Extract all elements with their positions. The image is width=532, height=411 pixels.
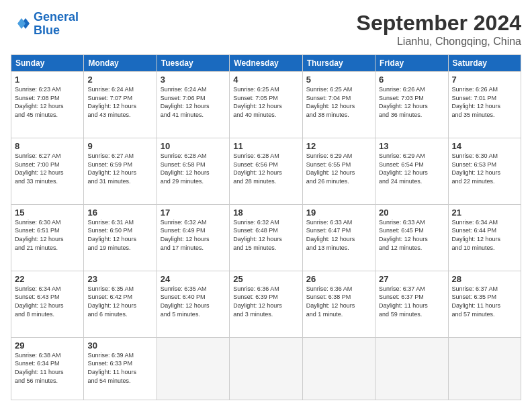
day-detail: Sunrise: 6:29 AM Sunset: 6:55 PM Dayligh… xyxy=(306,152,371,185)
day-detail: Sunrise: 6:32 AM Sunset: 6:48 PM Dayligh… xyxy=(233,218,298,252)
day-number: 22 xyxy=(15,274,80,284)
day-number: 29 xyxy=(15,340,80,351)
calendar-cell xyxy=(157,337,229,400)
day-detail: Sunrise: 6:36 AM Sunset: 6:38 PM Dayligh… xyxy=(306,285,371,318)
day-detail: Sunrise: 6:31 AM Sunset: 6:50 PM Dayligh… xyxy=(87,218,152,252)
calendar-row: 22Sunrise: 6:34 AM Sunset: 6:43 PM Dayli… xyxy=(11,271,521,337)
day-number: 6 xyxy=(379,75,444,85)
day-number: 25 xyxy=(233,274,298,284)
weekday-header: Tuesday xyxy=(157,55,229,72)
page: General Blue September 2024 Lianhu, Chon… xyxy=(0,0,532,411)
day-number: 16 xyxy=(87,208,152,218)
day-detail: Sunrise: 6:29 AM Sunset: 6:54 PM Dayligh… xyxy=(379,152,444,185)
day-number: 4 xyxy=(233,75,298,85)
day-number: 7 xyxy=(452,75,517,85)
day-number: 9 xyxy=(87,141,152,151)
logo: General Blue xyxy=(11,11,79,38)
day-detail: Sunrise: 6:34 AM Sunset: 6:44 PM Dayligh… xyxy=(452,218,517,252)
day-detail: Sunrise: 6:24 AM Sunset: 7:07 PM Dayligh… xyxy=(87,85,152,119)
calendar-cell: 4Sunrise: 6:25 AM Sunset: 7:05 PM Daylig… xyxy=(230,72,302,138)
day-detail: Sunrise: 6:28 AM Sunset: 6:56 PM Dayligh… xyxy=(233,152,298,185)
calendar-cell: 7Sunrise: 6:26 AM Sunset: 7:01 PM Daylig… xyxy=(448,72,521,138)
weekday-header: Thursday xyxy=(302,55,375,72)
calendar-cell: 3Sunrise: 6:24 AM Sunset: 7:06 PM Daylig… xyxy=(157,72,229,138)
calendar-cell: 26Sunrise: 6:36 AM Sunset: 6:38 PM Dayli… xyxy=(302,271,375,337)
calendar-row: 1Sunrise: 6:23 AM Sunset: 7:08 PM Daylig… xyxy=(11,72,521,138)
calendar-cell xyxy=(230,337,302,400)
calendar-cell: 6Sunrise: 6:26 AM Sunset: 7:03 PM Daylig… xyxy=(375,72,448,138)
header: General Blue September 2024 Lianhu, Chon… xyxy=(11,11,521,48)
day-detail: Sunrise: 6:26 AM Sunset: 7:03 PM Dayligh… xyxy=(379,85,444,119)
day-detail: Sunrise: 6:33 AM Sunset: 6:47 PM Dayligh… xyxy=(306,218,371,252)
weekday-header: Monday xyxy=(84,55,157,72)
month-title: September 2024 xyxy=(357,11,521,36)
day-detail: Sunrise: 6:37 AM Sunset: 6:37 PM Dayligh… xyxy=(379,285,444,318)
day-number: 19 xyxy=(306,208,371,218)
weekday-header: Sunday xyxy=(11,55,84,72)
day-detail: Sunrise: 6:25 AM Sunset: 7:04 PM Dayligh… xyxy=(306,85,371,119)
calendar-body: 1Sunrise: 6:23 AM Sunset: 7:08 PM Daylig… xyxy=(11,72,521,400)
calendar: SundayMondayTuesdayWednesdayThursdayFrid… xyxy=(11,54,521,400)
calendar-cell: 13Sunrise: 6:29 AM Sunset: 6:54 PM Dayli… xyxy=(375,138,448,204)
calendar-cell: 21Sunrise: 6:34 AM Sunset: 6:44 PM Dayli… xyxy=(448,204,521,271)
day-detail: Sunrise: 6:36 AM Sunset: 6:39 PM Dayligh… xyxy=(233,285,298,318)
logo-icon xyxy=(11,14,31,34)
calendar-cell: 12Sunrise: 6:29 AM Sunset: 6:55 PM Dayli… xyxy=(302,138,375,204)
title-block: September 2024 Lianhu, Chongqing, China xyxy=(357,11,521,48)
calendar-cell xyxy=(375,337,448,400)
day-detail: Sunrise: 6:35 AM Sunset: 6:40 PM Dayligh… xyxy=(161,285,226,318)
calendar-cell: 14Sunrise: 6:30 AM Sunset: 6:53 PM Dayli… xyxy=(448,138,521,204)
calendar-row: 29Sunrise: 6:38 AM Sunset: 6:34 PM Dayli… xyxy=(11,337,521,400)
calendar-cell: 1Sunrise: 6:23 AM Sunset: 7:08 PM Daylig… xyxy=(11,72,84,138)
weekday-header-row: SundayMondayTuesdayWednesdayThursdayFrid… xyxy=(11,55,521,72)
calendar-cell: 28Sunrise: 6:37 AM Sunset: 6:35 PM Dayli… xyxy=(448,271,521,337)
day-number: 11 xyxy=(233,141,298,151)
calendar-cell: 10Sunrise: 6:28 AM Sunset: 6:58 PM Dayli… xyxy=(157,138,229,204)
day-detail: Sunrise: 6:27 AM Sunset: 7:00 PM Dayligh… xyxy=(15,152,80,185)
calendar-cell: 2Sunrise: 6:24 AM Sunset: 7:07 PM Daylig… xyxy=(84,72,157,138)
calendar-cell: 9Sunrise: 6:27 AM Sunset: 6:59 PM Daylig… xyxy=(84,138,157,204)
day-detail: Sunrise: 6:30 AM Sunset: 6:53 PM Dayligh… xyxy=(452,152,517,185)
day-number: 26 xyxy=(306,274,371,284)
day-detail: Sunrise: 6:35 AM Sunset: 6:42 PM Dayligh… xyxy=(87,285,152,318)
day-number: 17 xyxy=(161,208,226,218)
location: Lianhu, Chongqing, China xyxy=(357,36,521,48)
weekday-header: Wednesday xyxy=(230,55,302,72)
day-detail: Sunrise: 6:28 AM Sunset: 6:58 PM Dayligh… xyxy=(161,152,226,185)
calendar-cell xyxy=(448,337,521,400)
day-number: 2 xyxy=(87,75,152,85)
calendar-cell: 23Sunrise: 6:35 AM Sunset: 6:42 PM Dayli… xyxy=(84,271,157,337)
day-number: 24 xyxy=(161,274,226,284)
calendar-cell: 20Sunrise: 6:33 AM Sunset: 6:45 PM Dayli… xyxy=(375,204,448,271)
calendar-cell: 11Sunrise: 6:28 AM Sunset: 6:56 PM Dayli… xyxy=(230,138,302,204)
day-number: 27 xyxy=(379,274,444,284)
day-number: 20 xyxy=(379,208,444,218)
day-number: 15 xyxy=(15,208,80,218)
calendar-cell: 15Sunrise: 6:30 AM Sunset: 6:51 PM Dayli… xyxy=(11,204,84,271)
logo-line1: General xyxy=(34,10,79,24)
calendar-cell: 29Sunrise: 6:38 AM Sunset: 6:34 PM Dayli… xyxy=(11,337,84,400)
day-detail: Sunrise: 6:27 AM Sunset: 6:59 PM Dayligh… xyxy=(87,152,152,185)
calendar-cell: 18Sunrise: 6:32 AM Sunset: 6:48 PM Dayli… xyxy=(230,204,302,271)
day-detail: Sunrise: 6:25 AM Sunset: 7:05 PM Dayligh… xyxy=(233,85,298,119)
day-detail: Sunrise: 6:26 AM Sunset: 7:01 PM Dayligh… xyxy=(452,85,517,119)
day-detail: Sunrise: 6:30 AM Sunset: 6:51 PM Dayligh… xyxy=(15,218,80,252)
day-number: 21 xyxy=(452,208,517,218)
day-number: 8 xyxy=(15,141,80,151)
day-number: 28 xyxy=(452,274,517,284)
day-detail: Sunrise: 6:34 AM Sunset: 6:43 PM Dayligh… xyxy=(15,285,80,318)
day-number: 13 xyxy=(379,141,444,151)
calendar-cell: 24Sunrise: 6:35 AM Sunset: 6:40 PM Dayli… xyxy=(157,271,229,337)
calendar-cell: 22Sunrise: 6:34 AM Sunset: 6:43 PM Dayli… xyxy=(11,271,84,337)
day-number: 23 xyxy=(87,274,152,284)
calendar-row: 8Sunrise: 6:27 AM Sunset: 7:00 PM Daylig… xyxy=(11,138,521,204)
day-number: 10 xyxy=(161,141,226,151)
day-number: 5 xyxy=(306,75,371,85)
calendar-cell: 5Sunrise: 6:25 AM Sunset: 7:04 PM Daylig… xyxy=(302,72,375,138)
day-detail: Sunrise: 6:37 AM Sunset: 6:35 PM Dayligh… xyxy=(452,285,517,318)
logo-text: General Blue xyxy=(34,11,79,38)
calendar-row: 15Sunrise: 6:30 AM Sunset: 6:51 PM Dayli… xyxy=(11,204,521,271)
day-number: 3 xyxy=(161,75,226,85)
weekday-header: Friday xyxy=(375,55,448,72)
calendar-cell: 19Sunrise: 6:33 AM Sunset: 6:47 PM Dayli… xyxy=(302,204,375,271)
